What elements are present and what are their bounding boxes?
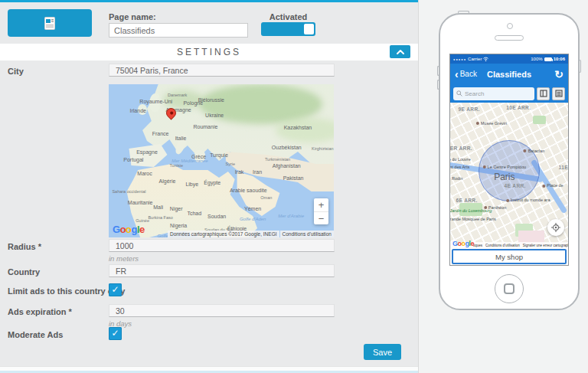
check-icon: ✓ (111, 284, 119, 295)
map-country-label: Kazakhstan (284, 125, 312, 130)
map-country-label: Ouzbékistan (272, 145, 302, 150)
radius-input[interactable] (109, 239, 335, 252)
settings-title: SETTINGS (0, 44, 418, 61)
classifieds-page-icon (44, 17, 55, 30)
map-country-label: Burkina Faso (148, 215, 172, 220)
map-country-label: Turquie (210, 152, 227, 158)
map-country-label: Tunisie (169, 163, 183, 168)
terms-link[interactable]: Conditions d'utilisation (485, 244, 520, 247)
preview-map-label: Le Centre Pompidou (483, 165, 526, 169)
zoom-in-button[interactable]: + (314, 198, 328, 211)
phone-screen: ●●●●● Carrier 100% 10:06 (449, 54, 569, 266)
preview-map-label: Musée Grévin (476, 121, 507, 126)
map-country-label: Iran (253, 169, 262, 175)
moderate-ads-checkbox[interactable]: ✓ (109, 327, 122, 340)
map-country-label: France (152, 131, 169, 136)
limit-country-label: Limit ads to this country only (8, 286, 125, 296)
city-input[interactable] (109, 64, 335, 77)
my-shop-button[interactable]: My shop (452, 249, 567, 264)
settings-header: SETTINGS (0, 44, 418, 61)
google-logo[interactable]: Google (452, 240, 474, 247)
google-logo-letter: o (126, 224, 131, 235)
map-country-label: Tchad (187, 211, 201, 216)
classifieds-feature-button[interactable] (8, 9, 92, 37)
zoom-out-button[interactable]: − (314, 211, 328, 224)
activated-label: Activated (261, 12, 315, 21)
country-input[interactable] (109, 264, 335, 277)
location-map[interactable]: IrlandeRoyaume-UniDanemarkPologneBiéloru… (109, 84, 334, 237)
toggle-knob (304, 24, 314, 34)
clock-label: 10:06 (554, 57, 565, 61)
preview-map-label: Paris (494, 172, 514, 182)
preview-map[interactable]: 9E ARR.10E ARR.Musée Grévin1ER ARR.Batac… (450, 103, 568, 248)
map-view-icon (540, 90, 547, 97)
panel-bottom-strip (0, 366, 418, 373)
google-logo-letter: e (139, 224, 145, 235)
google-logo-letter: o (120, 224, 126, 235)
limit-country-checkbox[interactable]: ✓ (109, 283, 122, 296)
city-label: City (8, 67, 24, 76)
preview-map-label: Bataclan (524, 149, 544, 153)
map-country-label: Italie (175, 136, 187, 141)
phone-home-button (495, 274, 524, 303)
target-icon (551, 223, 560, 232)
activated-toggle[interactable] (261, 22, 315, 36)
map-country-label: Turkménistan (265, 157, 290, 162)
map-view-button[interactable] (537, 87, 550, 100)
refresh-icon[interactable]: ↻ (554, 68, 564, 80)
my-location-button[interactable] (547, 219, 564, 236)
map-country-label: Yémen (244, 206, 261, 211)
phone-mockup: ●●●●● Carrier 100% 10:06 (439, 13, 580, 310)
app-window: Page name: Activated SETTINGS City (0, 0, 588, 373)
map-country-label: Danemark (168, 93, 187, 97)
chevron-up-icon (396, 49, 405, 55)
preview-map-label: Panthéon (484, 205, 507, 210)
map-country-label: Sahara occidental (112, 189, 145, 194)
preview-map-label: e du Louvre (450, 157, 471, 162)
report-error-link[interactable]: Signaler une erreur cartographique (523, 244, 568, 247)
map-country-label: Syrie (225, 162, 235, 166)
page-name-input[interactable] (109, 23, 248, 38)
map-country-label: Égypte (204, 180, 220, 185)
map-copyright-text: Données cartographiques ©2017 Google, IN… (168, 231, 279, 237)
list-view-icon (555, 90, 563, 97)
settings-panel: Page name: Activated SETTINGS City (0, 0, 419, 373)
battery-icon (544, 57, 552, 61)
google-logo[interactable]: Google (113, 224, 145, 235)
map-country-label: Irak (235, 169, 244, 175)
map-country-label: Afghanistan (273, 163, 301, 169)
google-logo-letter: e (471, 240, 475, 247)
back-label: Back (460, 70, 477, 78)
map-country-label: Arabie saoudite (230, 188, 267, 193)
map-zoom-control: + − (314, 198, 328, 224)
preview-map-label: 4E ARR. (505, 183, 526, 188)
country-label: Country (8, 267, 40, 276)
map-country-label: Oman (260, 195, 272, 200)
map-terms-link[interactable]: Conditions d'utilisation (280, 231, 334, 237)
save-button[interactable]: Save (364, 344, 401, 360)
back-button[interactable]: ‹ Back (455, 69, 477, 80)
preview-map-label: Institut du monde ara (506, 198, 550, 202)
list-view-button[interactable] (552, 87, 565, 100)
map-country-label: Algérie (159, 178, 176, 184)
search-placeholder: Search (465, 90, 484, 97)
check-icon: ✓ (111, 328, 119, 339)
search-input[interactable]: Search (453, 87, 534, 100)
preview-map-label: 9E ARR. (459, 106, 480, 111)
map-country-label: Royaume-Uni (139, 99, 172, 104)
map-country-label: Portugal (123, 157, 143, 162)
collapse-button[interactable] (390, 45, 410, 58)
preview-map-label: Place de (542, 183, 563, 188)
map-country-label: Mauritanie (128, 200, 153, 205)
preview-map-label: nt des Arts (450, 165, 469, 169)
my-shop-row: My shop (450, 248, 568, 265)
top-accent-line (0, 0, 418, 2)
google-logo-letter: g (132, 224, 137, 235)
preview-map-label: 6E ARR. (456, 198, 477, 203)
map-country-label: Guinée (136, 218, 149, 223)
map-country-label: Mali (153, 204, 163, 210)
map-country-label: Ukraine (205, 113, 224, 118)
ads-expiration-input[interactable] (109, 304, 335, 317)
preview-map-label: 11E (559, 164, 568, 169)
preview-panel: ●●●●● Carrier 100% 10:06 (420, 0, 588, 373)
